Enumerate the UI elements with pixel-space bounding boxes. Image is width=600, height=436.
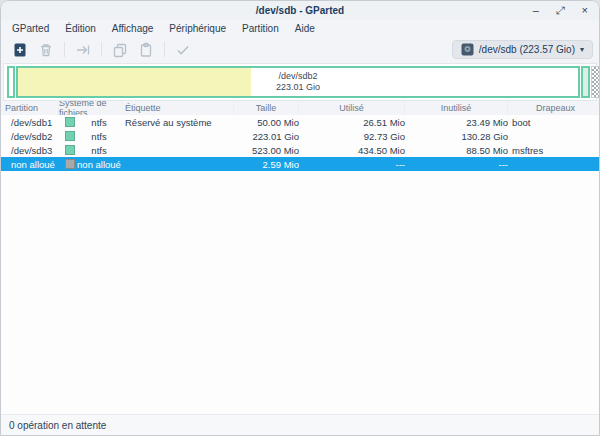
partition-name: non alloué (1, 159, 59, 170)
resize-move-icon (75, 42, 91, 58)
disk-segment-sdb1[interactable] (7, 66, 15, 98)
window-controls: – ⤢ × (533, 1, 588, 20)
resize-move-button[interactable] (70, 39, 96, 60)
toolbar-separator (101, 42, 102, 57)
disk-segment-sdb3[interactable] (581, 66, 590, 98)
partition-unused: 88.50 Mio (405, 145, 508, 156)
menu-partition[interactable]: Partition (234, 21, 287, 36)
hard-drive-icon (461, 43, 474, 56)
table-row[interactable]: /dev/sdb1 ntfs Réservé au système 50.00 … (1, 115, 599, 129)
table-empty-area (1, 171, 599, 414)
filesystem-swatch (65, 131, 75, 141)
restore-icon[interactable]: ⤢ (556, 5, 565, 16)
disk-segment-unallocated[interactable] (591, 66, 600, 98)
copy-icon (112, 42, 128, 58)
paste-icon (138, 42, 154, 58)
paste-button[interactable] (133, 39, 159, 60)
partition-unused: 130.28 Gio (405, 131, 508, 142)
device-selector[interactable]: /dev/sdb (223.57 Gio) ▾ (452, 40, 593, 59)
toolbar-separator (64, 42, 65, 57)
filesystem-swatch (65, 117, 75, 127)
gparted-window: /dev/sdb - GParted – ⤢ × GParted Édition… (0, 0, 600, 436)
table-header: Partition Système de fichiers Étiquette … (1, 101, 599, 115)
partition-used: --- (299, 159, 405, 170)
header-partition[interactable]: Partition (1, 101, 59, 115)
new-partition-icon (12, 42, 28, 58)
chevron-down-icon: ▾ (580, 45, 584, 54)
minimize-icon[interactable]: – (533, 5, 539, 16)
apply-button[interactable] (170, 39, 196, 60)
new-partition-button[interactable] (7, 39, 33, 60)
disk-segment-sdb2[interactable]: /dev/sdb2 223.01 Gio (16, 66, 580, 98)
partition-unused: --- (405, 159, 508, 170)
title-bar: /dev/sdb - GParted – ⤢ × (1, 1, 599, 20)
header-size[interactable]: Taille (234, 101, 299, 115)
trash-icon (38, 42, 54, 58)
filesystem-name: ntfs (75, 117, 123, 128)
header-filesystem[interactable]: Système de fichiers (59, 101, 123, 115)
close-icon[interactable]: × (582, 5, 588, 16)
filesystem-name: non alloué (75, 159, 123, 170)
table-row[interactable]: /dev/sdb2 ntfs 223.01 Gio 92.73 Gio 130.… (1, 129, 599, 143)
partition-size: 50.00 Mio (234, 117, 299, 128)
header-unused[interactable]: Inutilisé (405, 101, 508, 115)
partition-size: 223.01 Gio (234, 131, 299, 142)
header-label[interactable]: Étiquette (123, 101, 234, 115)
menu-affichage[interactable]: Affichage (104, 21, 162, 36)
table-row[interactable]: /dev/sdb3 ntfs 523.00 Mio 434.50 Mio 88.… (1, 143, 599, 157)
delete-partition-button[interactable] (33, 39, 59, 60)
partition-name: /dev/sdb2 (1, 131, 59, 142)
pending-operations-text: 0 opération en attente (9, 420, 106, 431)
header-used[interactable]: Utilisé (299, 101, 405, 115)
partition-unused: 23.49 Mio (405, 117, 508, 128)
partition-name: /dev/sdb1 (1, 117, 59, 128)
menu-gparted[interactable]: GParted (4, 21, 57, 36)
checkmark-icon (175, 42, 191, 58)
device-selector-label: /dev/sdb (223.57 Gio) (479, 44, 575, 55)
menu-bar: GParted Édition Affichage Périphérique P… (1, 20, 599, 37)
partition-flags: boot (508, 117, 599, 128)
menu-edition[interactable]: Édition (57, 21, 104, 36)
partition-name: /dev/sdb3 (1, 145, 59, 156)
partition-size: 2.59 Mio (234, 159, 299, 170)
menu-aide[interactable]: Aide (287, 21, 323, 36)
disk-segment-label: /dev/sdb2 223.01 Gio (18, 68, 578, 96)
window-title: /dev/sdb - GParted (1, 5, 599, 16)
menu-peripherique[interactable]: Périphérique (161, 21, 234, 36)
segment-size: 223.01 Gio (276, 82, 320, 93)
filesystem-swatch (65, 145, 75, 155)
segment-device-name: /dev/sdb2 (278, 71, 317, 82)
filesystem-swatch (65, 159, 75, 169)
partition-used: 26.51 Mio (299, 117, 405, 128)
toolbar: /dev/sdb (223.57 Gio) ▾ (1, 37, 599, 62)
toolbar-separator (164, 42, 165, 57)
filesystem-name: ntfs (75, 145, 123, 156)
partition-used: 92.73 Gio (299, 131, 405, 142)
disk-visual-bar: /dev/sdb2 223.01 Gio (3, 63, 597, 101)
filesystem-name: ntfs (75, 131, 123, 142)
partition-label: Réservé au système (123, 117, 234, 128)
partition-size: 523.00 Mio (234, 145, 299, 156)
copy-button[interactable] (107, 39, 133, 60)
partition-used: 434.50 Mio (299, 145, 405, 156)
header-flags[interactable]: Drapeaux (508, 101, 599, 115)
table-row-selected[interactable]: non alloué non alloué 2.59 Mio --- --- (1, 157, 599, 171)
status-bar: 0 opération en attente (1, 414, 599, 435)
partition-flags: msftres (508, 145, 599, 156)
